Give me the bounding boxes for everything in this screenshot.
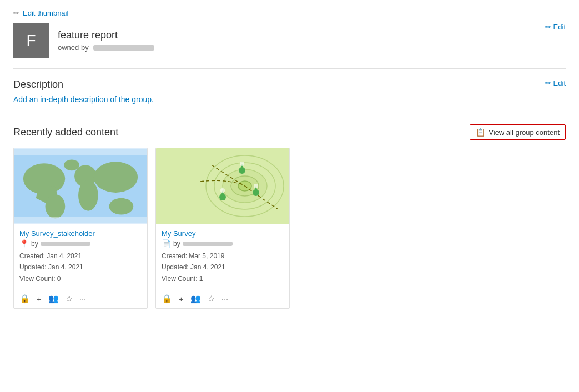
svg-point-22 xyxy=(254,184,258,188)
svg-point-6 xyxy=(94,162,138,193)
card-updated-1: Updated: Jan 4, 2021 xyxy=(162,262,284,273)
svg-rect-10 xyxy=(14,217,147,224)
card-meta-0: Created: Jan 4, 2021 Updated: Jan 4, 202… xyxy=(19,250,142,284)
view-all-group-content-button[interactable]: 📋 View all group content xyxy=(470,124,566,140)
card-thumbnail-1 xyxy=(156,148,289,224)
card-star-icon-1[interactable]: ☆ xyxy=(208,294,215,304)
svg-point-5 xyxy=(78,180,98,211)
card-add-icon-1[interactable]: + xyxy=(179,294,184,304)
header-edit-label: Edit xyxy=(553,23,566,31)
card-viewcount-0: View Count: 0 xyxy=(19,273,142,284)
svg-point-7 xyxy=(109,198,134,215)
description-placeholder-link[interactable]: Add an in-depth description of the group… xyxy=(13,95,154,104)
owned-by-label: owned by xyxy=(58,43,89,52)
recently-added-header: Recently added content 📋 View all group … xyxy=(13,124,566,140)
content-card-0: My Survey_stakeholder 📍 by Created: Jan … xyxy=(13,148,148,309)
item-header: F feature report owned by ✏ Edit xyxy=(13,23,566,58)
content-card-1: My Survey 📄 by Created: Mar 5, 2019 Upda… xyxy=(155,148,290,309)
recently-added-title: Recently added content xyxy=(13,127,118,138)
card-star-icon-0[interactable]: ☆ xyxy=(66,294,73,304)
description-edit-label: Edit xyxy=(553,79,566,87)
divider-1 xyxy=(13,68,566,69)
description-section-header: Description ✏ Edit xyxy=(13,79,566,91)
header-edit-button[interactable]: ✏ Edit xyxy=(545,23,566,31)
card-group-icon-0[interactable]: 👥 xyxy=(48,294,59,304)
description-edit-button[interactable]: ✏ Edit xyxy=(545,79,566,87)
card-more-icon-0[interactable]: ··· xyxy=(79,294,87,304)
description-edit-pencil-icon: ✏ xyxy=(545,79,551,87)
card-created-1: Created: Mar 5, 2019 xyxy=(162,250,284,262)
card-body-0: My Survey_stakeholder 📍 by Created: Jan … xyxy=(14,224,147,284)
description-title: Description xyxy=(13,79,63,91)
card-owner-redacted-0 xyxy=(41,242,90,246)
card-viewcount-1: View Count: 1 xyxy=(162,273,284,284)
svg-rect-9 xyxy=(14,149,147,155)
header-edit-pencil-icon: ✏ xyxy=(545,23,551,31)
card-by-label-1: by xyxy=(173,240,180,248)
card-by-row-0: 📍 by xyxy=(19,239,142,248)
owner-redacted-bar xyxy=(93,45,154,51)
item-title: feature report xyxy=(58,29,154,41)
card-actions-1: 🔒 + 👥 ☆ ··· xyxy=(156,289,289,308)
card-owner-redacted-1 xyxy=(183,242,233,246)
card-add-icon-0[interactable]: + xyxy=(37,294,42,304)
card-type-icon-0: 📍 xyxy=(19,239,29,248)
topo-map-image xyxy=(156,148,289,224)
svg-point-19 xyxy=(240,162,244,166)
edit-thumbnail-row[interactable]: ✏ Edit thumbnail xyxy=(13,9,566,17)
divider-2 xyxy=(13,114,566,114)
card-by-label-0: by xyxy=(31,240,38,248)
card-actions-0: 🔒 + 👥 ☆ ··· xyxy=(14,289,147,308)
card-type-icon-1: 📄 xyxy=(162,239,171,248)
card-more-icon-1[interactable]: ··· xyxy=(221,294,229,304)
card-by-row-1: 📄 by xyxy=(162,239,284,248)
world-map-image xyxy=(14,148,147,224)
svg-point-3 xyxy=(46,194,66,219)
card-updated-0: Updated: Jan 4, 2021 xyxy=(19,262,142,273)
card-created-0: Created: Jan 4, 2021 xyxy=(19,250,142,262)
card-lock-icon-0[interactable]: 🔒 xyxy=(19,294,30,304)
card-lock-icon-1[interactable]: 🔒 xyxy=(162,294,172,304)
edit-thumbnail-label: Edit thumbnail xyxy=(23,9,68,17)
svg-point-8 xyxy=(64,159,79,170)
item-owner-row: owned by xyxy=(58,43,154,52)
view-all-label: View all group content xyxy=(489,128,560,137)
item-meta: feature report owned by xyxy=(58,29,154,52)
card-thumbnail-0 xyxy=(14,148,147,224)
item-thumbnail: F xyxy=(13,23,49,58)
view-all-icon: 📋 xyxy=(476,128,485,137)
card-title-1[interactable]: My Survey xyxy=(162,229,284,238)
card-group-icon-1[interactable]: 👥 xyxy=(190,294,201,304)
card-title-0[interactable]: My Survey_stakeholder xyxy=(19,229,142,238)
edit-thumbnail-pencil-icon: ✏ xyxy=(13,9,19,17)
card-meta-1: Created: Mar 5, 2019 Updated: Jan 4, 202… xyxy=(162,250,284,284)
content-cards-container: My Survey_stakeholder 📍 by Created: Jan … xyxy=(13,148,566,309)
svg-point-25 xyxy=(220,188,225,193)
card-body-1: My Survey 📄 by Created: Mar 5, 2019 Upda… xyxy=(156,224,289,284)
